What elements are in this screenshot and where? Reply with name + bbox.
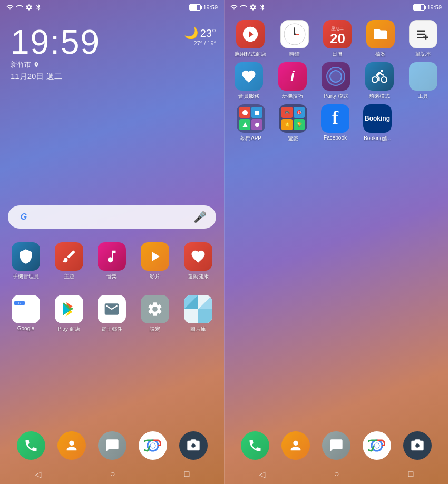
dock-camera[interactable]: [179, 431, 208, 460]
dock-phone[interactable]: [17, 431, 45, 460]
right-app-row-3: 熱門APP 🎮 🎯 ⭐ 🏆 遊戲 f Fa: [228, 104, 444, 142]
files-icon: [373, 26, 388, 42]
app-facebook[interactable]: f Facebook: [317, 104, 354, 142]
app-label-clock: 時鐘: [289, 51, 300, 58]
right-wifi-icon: [230, 4, 238, 11]
app-notes[interactable]: 筆記本: [409, 20, 437, 58]
search-bar[interactable]: G 🎤: [8, 205, 216, 229]
app-label-member: 會員服務: [238, 93, 259, 100]
right-nav-recent[interactable]: □: [404, 465, 418, 483]
app-label-theme: 主題: [64, 273, 74, 280]
dock-contacts[interactable]: [57, 431, 86, 460]
svg-rect-2: [198, 309, 212, 323]
app-member[interactable]: 會員服務: [235, 62, 263, 100]
settings-status-icon: [25, 4, 33, 11]
app-appstore[interactable]: 應用程式商店: [235, 20, 266, 58]
app-theme[interactable]: 主題: [55, 242, 83, 280]
mic-icon[interactable]: 🎤: [193, 211, 207, 223]
app-clock[interactable]: 時鐘: [280, 20, 309, 58]
right-dock-contacts[interactable]: [281, 431, 310, 460]
mail-icon: [103, 301, 120, 318]
app-label-settings: 設定: [150, 325, 160, 333]
left-screen: 19:59 19:59 新竹市 11月20日 週二 🌙 23° 27° / 19…: [0, 0, 224, 484]
app-label-mail: 電子郵件: [101, 325, 122, 333]
app-label-games: 遊戲: [288, 135, 298, 142]
right-dock-chrome[interactable]: [363, 431, 391, 460]
status-icons-left: [6, 4, 42, 11]
right-phone-icon: [248, 438, 262, 453]
app-settings[interactable]: 設定: [141, 295, 169, 333]
app-booking[interactable]: Booking Booking酒..: [359, 104, 396, 142]
riding-icon: [372, 68, 387, 84]
app-party[interactable]: Party 模式: [322, 62, 350, 100]
game-3: ⭐: [281, 119, 293, 130]
app-hot[interactable]: 熱門APP: [232, 104, 269, 142]
right-camera-icon: [410, 438, 425, 453]
app-music[interactable]: 音樂: [98, 242, 126, 280]
right-message-icon: [329, 438, 344, 453]
app-tools[interactable]: 工具: [409, 62, 437, 100]
wifi-icon: [6, 4, 14, 11]
right-app-row-2: 會員服務 i 玩機技巧 Party 模式: [228, 62, 444, 100]
right-battery-icon: [413, 4, 425, 11]
nav-recent[interactable]: □: [180, 465, 194, 483]
google-logo: G: [17, 211, 30, 223]
app-games[interactable]: 🎮 🎯 ⭐ 🏆 遊戲: [275, 104, 311, 142]
hot-mini-3: [239, 119, 250, 130]
app-gallery[interactable]: 圖片庫: [184, 295, 212, 333]
app-mail[interactable]: 電子郵件: [98, 295, 126, 333]
location-icon: [33, 62, 40, 68]
dock-chrome[interactable]: [139, 431, 167, 460]
app-manager[interactable]: 手機管理員: [12, 242, 40, 280]
clock-location: 新竹市: [11, 60, 213, 70]
nav-home[interactable]: ○: [106, 465, 120, 483]
left-status-bar: 19:59: [0, 0, 224, 15]
right-screen: 19:59 應用程式商店: [224, 0, 448, 484]
member-icon: [241, 68, 257, 84]
clock-time: 19:59: [11, 25, 213, 59]
right-nav-back[interactable]: ◁: [255, 465, 269, 483]
search-bar-container[interactable]: G 🎤: [8, 205, 216, 229]
phone-icon: [24, 438, 38, 453]
app-calendar[interactable]: 星期二 20 日曆: [323, 20, 352, 58]
hot-mini-4: [251, 119, 262, 130]
right-dock-messages[interactable]: [322, 431, 350, 460]
app-label-hot: 熱門APP: [240, 135, 261, 142]
nav-back[interactable]: ◁: [31, 465, 45, 483]
svg-point-15: [255, 123, 259, 127]
app-playstore[interactable]: Play 商店: [55, 295, 83, 333]
bluetooth-icon: [35, 4, 42, 11]
clock-icon-svg: [283, 23, 306, 46]
right-dock-camera[interactable]: [403, 431, 432, 460]
shield-icon: [18, 249, 34, 264]
left-nav-bar: ◁ ○ □: [0, 464, 224, 484]
clock-date: 11月20日 週二: [11, 72, 213, 82]
app-tips[interactable]: i 玩機技巧: [278, 62, 307, 100]
right-nav-home[interactable]: ○: [330, 465, 344, 483]
app-label-tips: 玩機技巧: [282, 93, 303, 100]
left-status-time: 19:59: [203, 4, 218, 11]
right-dock-phone[interactable]: [241, 431, 269, 460]
app-label-tools: 工具: [418, 93, 428, 100]
app-files[interactable]: 檔案: [366, 20, 395, 58]
app-health[interactable]: 運動健康: [184, 242, 212, 280]
weather-temp: 23°: [200, 27, 216, 39]
dock-messages[interactable]: [98, 431, 126, 460]
right-signal-icon: [240, 4, 247, 11]
weather-range: 27° / 19°: [184, 40, 216, 46]
right-status-bar: 19:59: [224, 0, 448, 15]
right-app-area: 應用程式商店 時鐘 星期二 20: [224, 15, 448, 464]
app-label-booking: Booking酒..: [364, 135, 391, 142]
game-4: 🏆: [294, 119, 305, 130]
app-label-calendar: 日曆: [332, 51, 343, 58]
camera-icon: [186, 438, 201, 453]
left-app-grid-row1: 手機管理員 主題 音樂: [0, 242, 224, 280]
svg-point-11: [294, 33, 296, 35]
app-riding[interactable]: 騎乘模式: [365, 62, 394, 100]
app-google[interactable]: G Google: [12, 295, 40, 333]
app-video[interactable]: 影片: [141, 242, 169, 280]
hot-mini-1: [239, 107, 250, 118]
notes-icon: [415, 26, 431, 42]
game-2: 🎯: [294, 107, 305, 118]
music-icon: [104, 249, 120, 264]
